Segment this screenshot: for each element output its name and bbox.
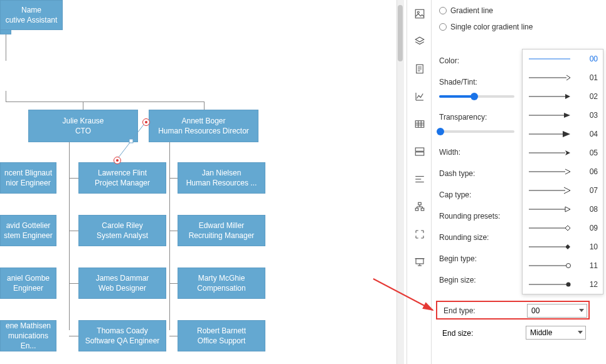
connector (69, 142, 70, 330)
transparency-slider[interactable] (439, 130, 514, 133)
org-node-name: Name (21, 5, 41, 15)
org-node[interactable]: Thomas Coady Software QA Engineer (78, 320, 166, 351)
org-node[interactable]: Marty McGhie Compensation (178, 268, 265, 299)
org-node-name: Annett Boger (181, 116, 225, 126)
align-icon[interactable] (407, 165, 432, 193)
org-node-title: stem Engineer (4, 231, 52, 241)
radio-gradient-line[interactable]: Gradient line (432, 3, 606, 19)
org-node-name: Marty McGhie (198, 273, 245, 283)
end-type-option[interactable]: 06 (523, 162, 603, 181)
end-type-field-highlight: End type: 00 (436, 301, 590, 320)
prop-rounding-presets: Rounding presets: (439, 205, 521, 227)
svg-rect-1 (129, 139, 133, 143)
connector (69, 231, 78, 231)
image-icon[interactable] (407, 0, 432, 28)
end-size-label: End size: (442, 329, 473, 338)
end-type-option[interactable]: 05 (523, 143, 603, 162)
connector (83, 101, 83, 110)
org-node[interactable]: Edward Miller Recruiting Manager (178, 215, 265, 246)
org-node-name: Jan Nielsen (202, 168, 242, 178)
org-node-hr-director[interactable]: Annett Boger Human Resources Director (149, 110, 258, 142)
end-type-option[interactable]: 04 (523, 125, 603, 143)
org-node[interactable]: Carole Riley System Analyst (78, 215, 166, 246)
radio-single-color-gradient-line[interactable]: Single color gradient line (432, 19, 606, 35)
org-node-title: Software QA Engineer (85, 336, 160, 346)
org-node[interactable]: Jan Nielsen Human Resources ... (178, 162, 265, 194)
svg-rect-20 (421, 208, 424, 211)
end-type-option[interactable]: 12 (523, 275, 603, 294)
selected-connector[interactable] (117, 122, 154, 166)
end-size-dropdown[interactable]: Middle (526, 326, 586, 340)
org-node-name: Thomas Coady (97, 326, 147, 336)
canvas-scrollbar-thumb[interactable] (398, 5, 403, 61)
prop-shade-tint: Shade/Tint: (439, 71, 521, 93)
svg-rect-14 (415, 152, 424, 155)
end-type-option[interactable]: 11 (523, 256, 603, 275)
org-node-title: Office Support (198, 336, 246, 346)
connector (169, 231, 178, 231)
ruler-icon[interactable] (407, 138, 432, 165)
connector-handle-start[interactable] (142, 118, 150, 126)
chart-icon[interactable] (407, 83, 432, 110)
org-node[interactable]: James Dammar Web Designer (78, 268, 166, 299)
prop-cap-type: Cap type: (439, 184, 521, 205)
connector (169, 283, 178, 284)
table-icon[interactable] (407, 110, 432, 138)
end-type-option[interactable]: 10 (523, 237, 603, 256)
end-type-label: End type: (444, 306, 476, 315)
presentation-icon[interactable] (407, 248, 432, 276)
svg-rect-19 (415, 208, 418, 211)
properties-list: Color: Shade/Tint: Transparency: Width: … (439, 50, 521, 291)
end-type-option[interactable]: 02 (523, 87, 603, 106)
prop-begin-size: Begin size: (439, 269, 521, 291)
connector (69, 283, 78, 284)
end-type-option[interactable]: 00 (523, 49, 603, 68)
end-type-dropdown-popup[interactable]: 00 01 02 03 04 05 06 07 08 09 10 11 (522, 49, 603, 294)
org-node-name: Robert Barnett (197, 326, 246, 336)
connector-handle-end[interactable] (114, 157, 121, 164)
org-chart-canvas[interactable]: Name cutive Assistant Julie Krause CTO A… (0, 0, 396, 364)
org-node[interactable]: avid Gottelier stem Engineer (0, 215, 56, 246)
svg-rect-13 (415, 148, 424, 151)
end-type-option[interactable]: 01 (523, 68, 603, 87)
org-node[interactable]: ene Mathisen munications En... (0, 320, 56, 351)
prop-color: Color: (439, 50, 521, 71)
shade-slider[interactable] (439, 95, 514, 98)
connector (169, 336, 178, 336)
connector (169, 142, 170, 330)
org-node-title: Web Designer (98, 283, 146, 293)
connector (6, 91, 6, 101)
page-icon[interactable] (407, 55, 432, 83)
end-type-dropdown[interactable]: 00 (527, 304, 587, 318)
radio-label: Gradient line (450, 6, 493, 15)
org-node-name: Edward Miller (199, 221, 245, 231)
end-type-option[interactable]: 09 (523, 219, 603, 237)
org-node-name: avid Gottelier (6, 221, 51, 231)
layers-icon[interactable] (407, 28, 432, 55)
prop-width: Width: (439, 142, 521, 163)
end-size-row: End size: Middle (442, 326, 590, 342)
end-type-option[interactable]: 07 (523, 181, 603, 200)
org-node-title: CTO (75, 126, 91, 136)
connector (204, 101, 205, 110)
svg-rect-18 (418, 202, 422, 205)
radio-icon (439, 23, 447, 31)
orgchart-icon[interactable] (407, 193, 432, 221)
connector (69, 178, 78, 179)
org-node[interactable]: ncent Blignaut nior Engineer (0, 162, 56, 194)
expand-icon[interactable] (407, 221, 432, 248)
svg-point-43 (566, 283, 571, 287)
end-type-option[interactable]: 03 (523, 106, 603, 125)
org-node[interactable]: Lawrence Flint Project Manager (78, 162, 166, 194)
org-node-title: Project Manager (95, 178, 150, 188)
org-node-assistant[interactable]: Name cutive Assistant (0, 0, 63, 30)
org-node[interactable]: aniel Gombe Engineer (0, 268, 56, 299)
org-node-title: cutive Assistant (6, 15, 58, 25)
org-node[interactable]: Robert Barnett Office Support (178, 320, 265, 351)
org-node-title: Compensation (197, 283, 245, 293)
svg-rect-25 (416, 259, 423, 264)
radio-label: Single color gradient line (450, 23, 533, 31)
org-node-name: aniel Gombe (7, 273, 50, 283)
end-type-option[interactable]: 08 (523, 200, 603, 219)
end-type-value: 00 (531, 306, 540, 315)
